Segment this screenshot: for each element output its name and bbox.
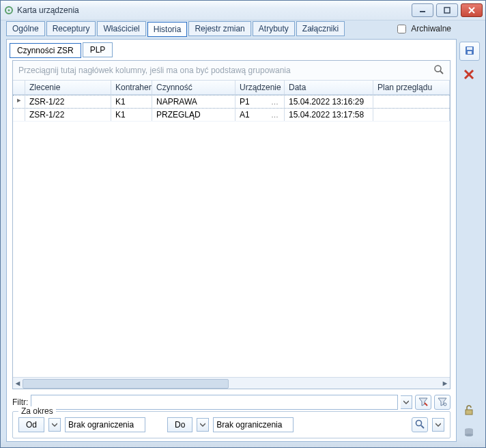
cell-urzadzenie: P1 … [235, 96, 285, 108]
grid-header: Zlecenie Kontrahent Czynność Urządzenie … [13, 81, 450, 95]
search-icon[interactable] [433, 64, 444, 77]
svg-rect-6 [466, 46, 474, 55]
col-plan-przegladu[interactable]: Plan przeglądu [373, 81, 450, 94]
tab-zalaczniki[interactable]: Załączniki [296, 21, 345, 36]
chevron-down-icon [435, 420, 441, 430]
cell-urzadzenie-value: A1 [240, 110, 250, 120]
horizontal-scrollbar[interactable]: ◄ ► [13, 377, 450, 389]
chevron-down-icon [52, 420, 57, 430]
svg-point-14 [465, 434, 473, 436]
period-from-dropdown[interactable] [48, 418, 61, 432]
svg-line-9 [465, 70, 473, 79]
period-to-dropdown[interactable] [197, 418, 209, 432]
lock-open-icon [463, 404, 475, 419]
close-button[interactable] [461, 3, 483, 17]
ellipsis-icon[interactable]: … [270, 111, 280, 119]
table-row[interactable]: ▸ ZSR-1/22 K1 NAPRAWA P1 … 15.04.2022 13… [13, 95, 450, 109]
filter-dropdown-button[interactable] [401, 395, 412, 409]
cell-kontrahent: K1 [111, 96, 152, 108]
save-button[interactable] [459, 42, 480, 61]
svg-rect-8 [468, 51, 472, 54]
period-to-value[interactable]: Brak ograniczenia [213, 417, 294, 432]
filter-find-button[interactable] [434, 395, 451, 410]
grid-body: ▸ ZSR-1/22 K1 NAPRAWA P1 … 15.04.2022 13… [13, 95, 450, 377]
period-group: Za okres Od Brak ograniczenia Do [12, 411, 451, 438]
titlebar: Karta urządzenia [1, 1, 485, 20]
body-panel: Czynności ZSR PLP Przeciągnij tutaj nagł… [6, 39, 457, 442]
svg-rect-7 [467, 47, 472, 50]
cell-kontrahent: K1 [111, 109, 152, 121]
chevron-down-icon [200, 420, 205, 430]
tab-receptury[interactable]: Receptury [46, 21, 96, 36]
cell-urzadzenie: A1 … [235, 109, 285, 121]
archival-checkbox-wrap[interactable]: Archiwalne [395, 23, 480, 36]
period-from-button[interactable]: Od [18, 417, 44, 432]
cell-plan [373, 96, 450, 108]
maximize-button[interactable] [436, 3, 458, 17]
cell-urzadzenie-value: P1 [240, 97, 250, 107]
svg-line-5 [469, 8, 474, 13]
subtab-czynnosci-zsr[interactable]: Czynności ZSR [10, 43, 81, 58]
delete-x-icon [463, 68, 475, 83]
filter-edit-button[interactable] [415, 395, 431, 410]
search-icon [415, 419, 425, 431]
period-search-button[interactable] [412, 417, 428, 432]
funnel-find-icon [438, 397, 447, 408]
cell-plan [373, 109, 450, 121]
delete-button[interactable] [459, 66, 478, 84]
window-title: Karta urządzenia [14, 5, 412, 15]
svg-point-15 [435, 66, 441, 72]
chevron-down-icon [403, 397, 409, 407]
client-area: Ogólne Receptury Właściciel Historia Rej… [6, 21, 480, 442]
tab-atrybuty[interactable]: Atrybuty [253, 21, 295, 36]
svg-rect-13 [465, 430, 473, 435]
lock-button[interactable] [459, 402, 478, 420]
tab-historia[interactable]: Historia [147, 22, 188, 37]
tab-wlasciciel[interactable]: Właściciel [97, 21, 145, 36]
filter-input[interactable] [31, 395, 398, 410]
scroll-thumb[interactable] [23, 379, 229, 389]
database-icon [463, 426, 475, 440]
subtab-plp[interactable]: PLP [83, 42, 113, 57]
scroll-right-icon[interactable]: ► [440, 378, 450, 389]
sub-tabs: Czynności ZSR PLP [10, 42, 453, 57]
svg-line-20 [421, 425, 424, 428]
svg-rect-3 [444, 8, 450, 13]
tab-ogolne[interactable]: Ogólne [6, 21, 45, 36]
svg-line-16 [440, 71, 443, 74]
cell-zlecenie: ZSR-1/22 [25, 109, 111, 121]
svg-point-12 [465, 428, 473, 431]
col-data[interactable]: Data [285, 81, 373, 94]
col-selector [13, 81, 25, 94]
svg-line-10 [465, 70, 473, 79]
table-row[interactable]: ZSR-1/22 K1 PRZEGLĄD A1 … 15.04.2022 13:… [13, 109, 450, 122]
side-toolbar [459, 42, 480, 84]
funnel-edit-icon [418, 397, 428, 408]
window-root: Karta urządzenia Ogólne Receptury Właści… [0, 0, 486, 448]
period-from-value[interactable]: Brak ograniczenia [65, 417, 145, 432]
scroll-left-icon[interactable]: ◄ [13, 378, 23, 389]
cell-zlecenie: ZSR-1/22 [25, 96, 111, 108]
grid-group-bar[interactable]: Przeciągnij tutaj nagłówek kolumny, jeśl… [13, 61, 450, 81]
svg-line-4 [469, 8, 474, 13]
minimize-button[interactable] [412, 3, 433, 17]
period-to-button[interactable]: Do [167, 417, 192, 432]
cell-czynnosc: NAPRAWA [152, 96, 235, 108]
database-button[interactable] [459, 424, 478, 442]
filter-label: Filtr: [12, 397, 28, 407]
col-kontrahent[interactable]: Kontrahent [111, 81, 152, 94]
col-czynnosc[interactable]: Czynność [152, 81, 235, 94]
col-urzadzenie[interactable]: Urządzenie [235, 81, 285, 94]
col-zlecenie[interactable]: Zlecenie [25, 81, 111, 94]
svg-rect-11 [466, 410, 472, 415]
cell-data: 15.04.2022 13:17:58 [285, 109, 373, 121]
archival-checkbox[interactable] [397, 25, 406, 33]
cell-czynnosc: PRZEGLĄD [152, 109, 235, 121]
ellipsis-icon[interactable]: … [270, 98, 280, 106]
period-search-dropdown[interactable] [432, 418, 444, 432]
svg-point-18 [444, 403, 446, 406]
row-indicator-icon [13, 109, 25, 121]
filter-row: Filtr: [12, 395, 451, 410]
tab-rejestr-zmian[interactable]: Rejestr zmian [188, 21, 251, 36]
main-tabs-row: Ogólne Receptury Właściciel Historia Rej… [6, 21, 480, 36]
